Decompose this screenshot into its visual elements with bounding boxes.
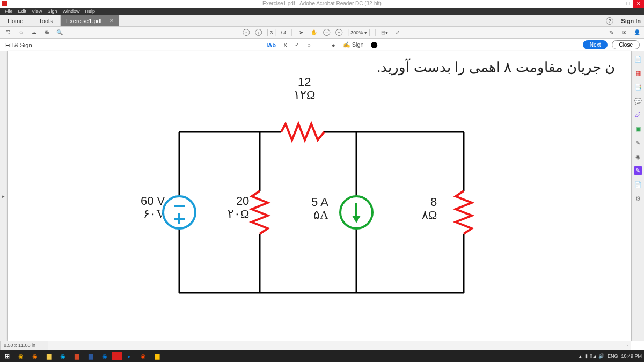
- task-chrome-icon[interactable]: ◉: [14, 350, 28, 362]
- right-tools-strip: 📄 ▦ 📑 💬 🖊 ▣ ✎ ◉ ✎ 📄 ⚙: [631, 51, 644, 341]
- tray-wifi-icon[interactable]: ▯◢: [590, 353, 596, 359]
- tool-comment-icon[interactable]: 💬: [634, 97, 642, 105]
- window-title: Exercise1.pdf - Adobe Acrobat Reader DC …: [262, 1, 382, 6]
- close-window-button[interactable]: ✕: [633, 0, 644, 8]
- tray-volume-icon[interactable]: 🔊: [598, 353, 604, 359]
- task-msg-icon[interactable]: ▸: [122, 350, 136, 362]
- page-number-input[interactable]: 3: [267, 29, 275, 36]
- tray-up-icon[interactable]: ▴: [579, 353, 582, 359]
- print-icon[interactable]: 🖶: [43, 29, 50, 36]
- task-word-icon[interactable]: ▆: [84, 350, 98, 362]
- menu-sign[interactable]: Sign: [45, 8, 60, 15]
- question-text: ن جریان مقاومت ۸ اهمی را بدست آورید.: [377, 59, 615, 76]
- sign-tool[interactable]: ✍ Sign: [343, 41, 364, 48]
- star-icon[interactable]: ☆: [17, 29, 25, 36]
- tool-more-icon[interactable]: ▣: [634, 124, 642, 133]
- close-panel-button[interactable]: Close: [612, 40, 640, 49]
- signin-link[interactable]: Sign In: [621, 18, 641, 24]
- tool-export-icon[interactable]: ▦: [634, 69, 642, 77]
- main-toolbar: 🖫 ☆ ☁ 🖶 🔍 ↑ ↓ 3 / 4 ➤ ✋ − + 300% ▾ ⊟▾ ⤢ …: [0, 27, 644, 39]
- tool-convert-icon[interactable]: 📄: [634, 180, 642, 189]
- circuit-diagram: [88, 89, 474, 325]
- page-total: / 4: [281, 30, 286, 35]
- signature-icon[interactable]: ✎: [608, 29, 615, 36]
- task-powerpoint-icon[interactable]: ▆: [70, 350, 84, 362]
- task-app2-icon[interactable]: ◉: [136, 350, 150, 362]
- left-nav-strip[interactable]: ▸: [0, 51, 8, 341]
- task-firefox-icon[interactable]: ◉: [28, 350, 42, 362]
- menu-bar: File Edit View Sign Window Help: [0, 8, 644, 15]
- task-app3-icon[interactable]: ▆: [150, 350, 164, 362]
- tool-fillsign-icon[interactable]: 🖊: [634, 110, 642, 119]
- start-button[interactable]: ⊞: [0, 350, 14, 362]
- pointer-icon[interactable]: ➤: [297, 29, 305, 36]
- zoom-out-icon[interactable]: −: [323, 29, 330, 36]
- tool-measure-icon[interactable]: ◉: [634, 152, 642, 161]
- fillsign-label: Fill & Sign: [0, 42, 38, 48]
- task-settings-icon[interactable]: ◉: [98, 350, 112, 362]
- menu-window[interactable]: Window: [60, 8, 82, 15]
- task-acrobat-icon[interactable]: [112, 352, 122, 360]
- hand-icon[interactable]: ✋: [310, 29, 318, 36]
- window-titlebar: Exercise1.pdf - Adobe Acrobat Reader DC …: [0, 0, 644, 8]
- read-mode-icon[interactable]: ⤢: [394, 29, 401, 36]
- save-icon[interactable]: 🖫: [4, 29, 12, 36]
- next-button[interactable]: Next: [583, 40, 608, 49]
- fit-width-icon[interactable]: ⊟▾: [381, 29, 389, 36]
- minimize-button[interactable]: —: [612, 0, 623, 8]
- text-tool[interactable]: IAb: [266, 42, 276, 48]
- cloud-icon[interactable]: ☁: [30, 29, 38, 36]
- menu-file[interactable]: File: [2, 8, 16, 15]
- cross-tool[interactable]: X: [283, 42, 287, 48]
- circle-tool[interactable]: ○: [307, 42, 311, 48]
- tool-create-icon[interactable]: 📄: [634, 55, 642, 63]
- adobe-logo-icon: [2, 1, 7, 6]
- line-tool[interactable]: —: [318, 42, 324, 48]
- tool-more2-icon[interactable]: ⚙: [634, 194, 642, 203]
- task-explorer-icon[interactable]: ▆: [42, 350, 56, 362]
- page-down-icon[interactable]: ↓: [255, 29, 262, 36]
- mail-icon[interactable]: ✉: [620, 29, 628, 36]
- share-icon[interactable]: 👤: [633, 29, 641, 36]
- tray-battery-icon[interactable]: ▮: [585, 353, 588, 359]
- check-tool[interactable]: ✓: [295, 41, 299, 48]
- horizontal-scrollbar[interactable]: ›: [48, 341, 631, 350]
- expand-icon: ▸: [2, 194, 5, 199]
- menu-help[interactable]: Help: [82, 8, 98, 15]
- tab-tools[interactable]: Tools: [31, 15, 61, 26]
- tool-sign-icon[interactable]: ✎: [634, 166, 642, 175]
- tray-language[interactable]: ENG: [608, 353, 618, 359]
- windows-taskbar: ⊞ ◉ ◉ ▆ ◉ ▆ ▆ ◉ ▸ ◉ ▆ ▴ ▮ ▯◢ 🔊 ENG 10:49…: [0, 350, 644, 362]
- tab-row: Home Tools Exercise1.pdf ✕ ? Sign In: [0, 15, 644, 27]
- fillsign-toolbar: Fill & Sign IAb X ✓ ○ — ● ✍ Sign Next Cl…: [0, 39, 644, 51]
- task-skype-icon[interactable]: ◉: [56, 350, 70, 362]
- help-icon[interactable]: ?: [606, 17, 613, 25]
- search-icon[interactable]: 🔍: [56, 29, 63, 36]
- scroll-right-icon[interactable]: ›: [624, 341, 631, 350]
- page-up-icon[interactable]: ↑: [243, 29, 250, 36]
- tray-time[interactable]: 10:49 PM: [621, 353, 642, 359]
- tab-home[interactable]: Home: [0, 15, 31, 26]
- tab-document[interactable]: Exercise1.pdf ✕: [61, 15, 119, 26]
- dot-tool[interactable]: ●: [332, 42, 335, 48]
- tab-document-label: Exercise1.pdf: [66, 18, 102, 24]
- zoom-in-icon[interactable]: +: [335, 29, 342, 36]
- menu-view[interactable]: View: [29, 8, 45, 15]
- tool-stamp-icon[interactable]: ✎: [634, 138, 642, 147]
- tool-edit-icon[interactable]: 📑: [634, 83, 642, 91]
- zoom-level[interactable]: 300% ▾: [348, 29, 370, 36]
- maximize-button[interactable]: ☐: [623, 0, 633, 8]
- page-dimensions: 8.50 x 11.00 in ‹: [0, 341, 48, 350]
- document-viewport[interactable]: ن جریان مقاومت ۸ اهمی را بدست آورید. 12۱…: [8, 51, 631, 341]
- close-tab-icon[interactable]: ✕: [109, 18, 114, 24]
- menu-edit[interactable]: Edit: [16, 8, 30, 15]
- separator: [375, 29, 376, 36]
- separator: [291, 29, 292, 36]
- color-picker[interactable]: [371, 42, 378, 48]
